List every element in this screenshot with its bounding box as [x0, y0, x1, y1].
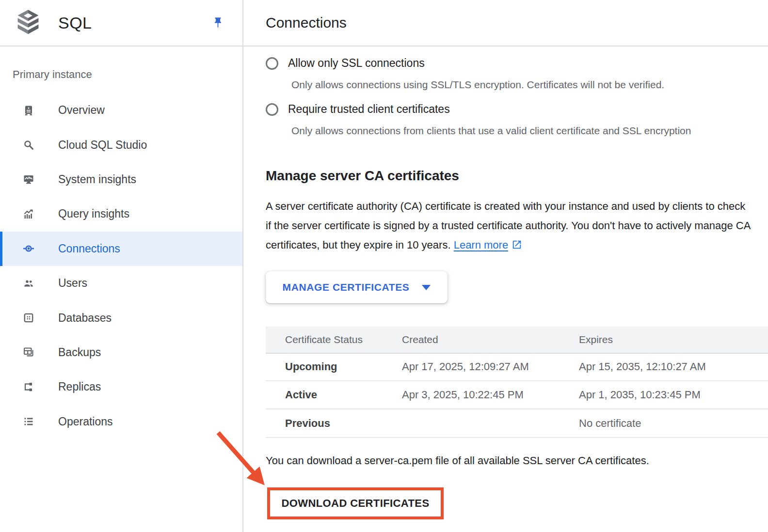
table-row: Active Apr 3, 2025, 10:22:45 PM Apr 1, 2…	[266, 381, 768, 410]
certificate-status: Active	[266, 389, 383, 401]
sidebar-item-label: Query insights	[58, 207, 129, 220]
download-certificates-button[interactable]: DOWNLOAD CERTIFICATES	[282, 497, 430, 510]
certificate-expires: No certificate	[560, 417, 768, 430]
chevron-down-icon	[422, 285, 431, 290]
main-header: Connections	[243, 0, 768, 47]
sidebar-item-label: Users	[58, 277, 87, 290]
sidebar-item-label: Operations	[58, 415, 113, 428]
sidebar-item-label: Connections	[58, 242, 120, 255]
page-title: Connections	[266, 15, 347, 31]
radio-description: Only allows connections from clients tha…	[291, 124, 768, 137]
backups-icon	[23, 346, 34, 358]
cloud-sql-logo-icon	[16, 8, 40, 37]
table-header-row: Certificate Status Created Expires	[266, 327, 768, 353]
databases-icon	[23, 312, 34, 324]
main-panel: Connections Allow only SSL connections O…	[243, 0, 768, 532]
sidebar-item-system-insights[interactable]: System insights	[0, 162, 242, 197]
manage-certificates-label: MANAGE CERTIFICATES	[283, 282, 410, 293]
users-icon	[23, 278, 34, 289]
certificate-created: Apr 3, 2025, 10:22:45 PM	[383, 389, 560, 401]
table-row: Previous No certificate	[266, 409, 768, 438]
radio-label[interactable]: Require trusted client certificates	[288, 103, 450, 116]
sidebar-item-label: Cloud SQL Studio	[58, 139, 147, 152]
radio-description: Only allows connections using SSL/TLS en…	[291, 78, 768, 91]
ssl-option-require-certs: Require trusted client certificates	[266, 103, 768, 116]
radio-label[interactable]: Allow only SSL connections	[288, 57, 425, 70]
certificate-expires: Apr 15, 2035, 12:10:27 AM	[560, 360, 768, 373]
sidebar-item-label: Replicas	[58, 380, 101, 393]
cloud-sql-connections-page: SQL Primary instance	[0, 0, 768, 532]
sidebar-nav: Overview Cloud SQL Studio	[0, 93, 242, 439]
certificate-expires: Apr 1, 2035, 10:23:45 PM	[560, 389, 768, 401]
column-header: Expires	[560, 334, 768, 345]
ssl-options-group: Allow only SSL connections Only allows c…	[266, 57, 768, 137]
certificate-status: Previous	[266, 417, 383, 430]
query-insights-icon	[23, 208, 34, 220]
ssl-option-allow-ssl: Allow only SSL connections	[266, 57, 768, 70]
sidebar-item-replicas[interactable]: Replicas	[0, 370, 242, 404]
overview-icon	[23, 105, 34, 116]
radio-button[interactable]	[266, 57, 278, 70]
section-body: A server certificate authority (CA) cert…	[266, 197, 752, 255]
replicas-icon	[23, 381, 34, 393]
download-info-text: You can download a server-ca.pem file of…	[266, 454, 768, 467]
instance-section-label: Primary instance	[13, 68, 242, 81]
system-insights-icon	[23, 173, 34, 185]
sidebar-item-connections[interactable]: Connections	[0, 232, 242, 266]
sidebar-header: SQL	[0, 0, 242, 47]
pin-icon[interactable]	[211, 16, 224, 30]
radio-button[interactable]	[266, 103, 278, 116]
sidebar-item-databases[interactable]: Databases	[0, 300, 242, 335]
external-link-icon	[512, 239, 522, 250]
section-heading: Manage server CA certificates	[266, 168, 768, 184]
sidebar: SQL Primary instance	[0, 0, 243, 532]
sidebar-item-label: System insights	[58, 173, 136, 186]
sidebar-item-label: Backups	[58, 346, 101, 359]
manage-certificates-button[interactable]: MANAGE CERTIFICATES	[266, 271, 448, 303]
certificate-created: Apr 17, 2025, 12:09:27 AM	[383, 360, 560, 373]
sidebar-item-backups[interactable]: Backups	[0, 335, 242, 370]
column-header: Certificate Status	[266, 334, 383, 345]
sidebar-item-cloud-sql-studio[interactable]: Cloud SQL Studio	[0, 127, 242, 162]
connections-content: Allow only SSL connections Only allows c…	[243, 57, 768, 519]
app-title: SQL	[58, 14, 92, 32]
sidebar-item-label: Databases	[58, 312, 112, 325]
learn-more-link[interactable]: Learn more	[454, 239, 523, 251]
sidebar-item-operations[interactable]: Operations	[0, 405, 242, 439]
column-header: Created	[383, 334, 560, 345]
certificate-table: Certificate Status Created Expires Upcom…	[266, 327, 768, 438]
connections-icon	[23, 243, 34, 254]
sidebar-item-query-insights[interactable]: Query insights	[0, 197, 242, 231]
operations-icon	[23, 416, 34, 427]
sidebar-item-users[interactable]: Users	[0, 266, 242, 300]
sidebar-item-label: Overview	[58, 104, 105, 117]
table-row: Upcoming Apr 17, 2025, 12:09:27 AM Apr 1…	[266, 353, 768, 381]
learn-more-label: Learn more	[454, 239, 509, 251]
search-icon	[23, 139, 34, 151]
annotation-highlight-box: DOWNLOAD CERTIFICATES	[267, 487, 444, 519]
certificate-status: Upcoming	[266, 360, 383, 373]
sidebar-item-overview[interactable]: Overview	[0, 93, 242, 127]
